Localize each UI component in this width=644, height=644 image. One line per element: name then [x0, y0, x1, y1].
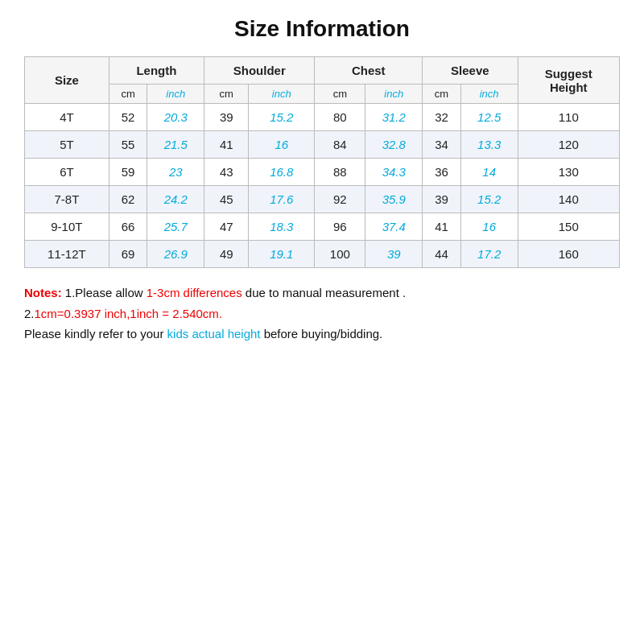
notes-line1-post: due to manual measurement .: [242, 286, 406, 299]
notes-line2-pre: 2.: [24, 307, 35, 320]
subheader-chest-cm: cm: [315, 85, 365, 104]
size-table: Size Length Shoulder Chest Sleeve Sugges…: [24, 56, 620, 268]
page-title: Size Information: [24, 16, 620, 42]
notes-line1-red: 1-3cm differences: [147, 286, 242, 299]
table-header-row: Size Length Shoulder Chest Sleeve Sugges…: [25, 57, 620, 85]
subheader-shoulder-inch: inch: [249, 85, 315, 104]
subheader-length-cm: cm: [109, 85, 147, 104]
col-header-chest: Chest: [315, 57, 423, 85]
table-row: 9-10T6625.74718.39637.44116150: [25, 213, 620, 241]
notes-line3-cyan: kids actual height: [167, 327, 261, 341]
subheader-shoulder-cm: cm: [204, 85, 249, 104]
notes-line3-pre: Please kindly refer to your: [24, 327, 167, 341]
col-header-height: SuggestHeight: [518, 57, 619, 104]
col-header-shoulder: Shoulder: [204, 57, 315, 85]
subheader-length-inch: inch: [147, 85, 204, 104]
table-row: 5T5521.541168432.83413.3120: [25, 131, 620, 159]
table-row: 6T59234316.88834.33614130: [25, 159, 620, 186]
notes-line1-pre: 1.Please allow: [65, 286, 147, 299]
col-header-length: Length: [109, 57, 204, 85]
notes-line2-red: 1cm=0.3937 inch,1inch = 2.540cm.: [35, 307, 222, 320]
col-header-sleeve: Sleeve: [423, 57, 518, 85]
notes-line3-post: before buying/bidding.: [261, 327, 383, 341]
subheader-sleeve-inch: inch: [460, 85, 518, 104]
table-row: 4T5220.33915.28031.23212.5110: [25, 104, 620, 131]
notes-label: Notes:: [24, 286, 62, 299]
table-row: 7-8T6224.24517.69235.93915.2140: [25, 186, 620, 213]
col-header-size: Size: [25, 57, 109, 104]
subheader-sleeve-cm: cm: [423, 85, 461, 104]
table-row: 11-12T6926.94919.1100394417.2160: [25, 241, 620, 268]
subheader-chest-inch: inch: [365, 85, 423, 104]
notes-section: Notes: 1.Please allow 1-3cm differences …: [24, 283, 620, 345]
